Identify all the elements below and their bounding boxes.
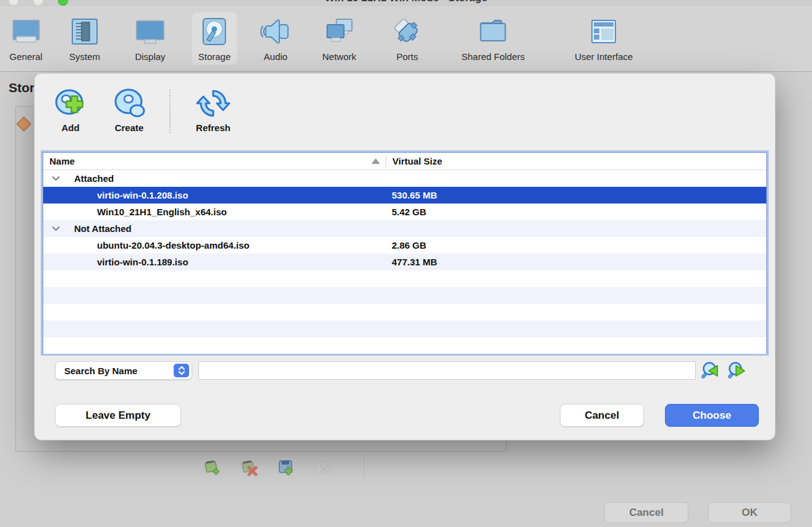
tab-system[interactable]: System xyxy=(63,12,106,65)
dialog-cancel-label: Cancel xyxy=(585,409,619,422)
search-input[interactable] xyxy=(198,361,696,380)
media-size: 477.31 MB xyxy=(386,257,437,267)
tab-label: Network xyxy=(322,51,356,62)
search-previous-icon xyxy=(700,361,721,381)
table-row[interactable]: Win10_21H1_English_x64.iso 5.42 GB xyxy=(43,204,766,220)
tab-ports[interactable]: Ports xyxy=(386,12,429,65)
empty-row xyxy=(43,304,766,320)
tab-display[interactable]: Display xyxy=(129,12,172,65)
virtualbox-settings-window: Win 10 21H1 Win Mode - Storage General xyxy=(0,0,812,527)
media-name: virtio-win-0.1.189.iso xyxy=(97,257,188,267)
media-size: 2.86 GB xyxy=(386,240,426,251)
settings-cancel-label: Cancel xyxy=(629,507,664,519)
tab-general[interactable]: General xyxy=(3,12,48,65)
add-disk-label: Add xyxy=(61,122,79,133)
system-icon xyxy=(69,16,100,47)
tab-label: User Interface xyxy=(575,51,633,62)
refresh-label: Refresh xyxy=(196,122,230,133)
tab-network[interactable]: Network xyxy=(316,12,362,65)
search-previous-button[interactable] xyxy=(700,361,721,381)
tab-label: Storage xyxy=(198,51,231,62)
sort-ascending-icon xyxy=(371,158,380,164)
empty-row xyxy=(43,337,766,354)
media-size: 5.42 GB xyxy=(386,207,426,217)
optical-disk-selector-dialog: Add Create Refresh Name xyxy=(34,73,776,440)
media-name: virtio-win-0.1.208.iso xyxy=(97,190,188,200)
tab-label: System xyxy=(69,51,100,62)
settings-toolbar: General System Display xyxy=(0,6,812,72)
choose-label: Choose xyxy=(693,409,731,422)
size-column-label: Virtual Size xyxy=(392,156,442,166)
search-next-icon xyxy=(727,361,747,381)
group-name: Attached xyxy=(74,173,114,184)
column-header-name[interactable]: Name xyxy=(43,156,386,166)
name-column-label: Name xyxy=(49,156,75,166)
storage-tree-toolbar xyxy=(204,459,332,476)
audio-icon xyxy=(260,16,291,47)
ports-icon xyxy=(392,16,423,47)
empty-row xyxy=(43,287,766,304)
window-titlebar: Win 10 21H1 Win Mode - Storage xyxy=(0,0,812,6)
search-filter-popup[interactable]: Search By Name xyxy=(55,361,192,380)
create-disk-label: Create xyxy=(115,122,144,133)
add-disk-button[interactable]: Add xyxy=(53,86,88,133)
display-icon xyxy=(135,16,166,47)
close-window-icon[interactable] xyxy=(9,0,19,6)
tab-label: Shared Folders xyxy=(462,51,525,62)
table-row-group[interactable]: Attached xyxy=(43,170,766,187)
empty-row xyxy=(43,270,766,287)
settings-cancel-button[interactable]: Cancel xyxy=(604,502,688,523)
general-icon xyxy=(11,16,41,47)
storage-icon xyxy=(199,16,230,47)
remove-attachment-icon xyxy=(315,459,332,476)
leave-empty-label: Leave Empty xyxy=(86,409,151,422)
window-title: Win 10 21H1 Win Mode - Storage xyxy=(0,0,812,4)
popup-chevrons-icon xyxy=(174,364,189,377)
tab-user-interface[interactable]: User Interface xyxy=(569,12,639,65)
tab-label: Audio xyxy=(264,51,287,62)
tab-shared-folders[interactable]: Shared Folders xyxy=(455,12,531,65)
leave-empty-button[interactable]: Leave Empty xyxy=(55,404,181,427)
tab-audio[interactable]: Audio xyxy=(254,12,297,65)
tab-storage[interactable]: Storage xyxy=(192,12,237,65)
user-interface-icon xyxy=(588,16,619,47)
settings-ok-label: OK xyxy=(742,507,758,519)
media-table: Name Virtual Size Attached v xyxy=(43,152,767,354)
media-size: 530.65 MB xyxy=(386,190,437,200)
panel-divider xyxy=(363,454,364,479)
chevron-down-icon[interactable] xyxy=(52,226,60,231)
refresh-icon xyxy=(196,86,230,121)
shared-folders-icon xyxy=(478,16,509,47)
group-name: Not Attached xyxy=(74,223,132,234)
network-icon xyxy=(324,16,355,47)
tab-label: Display xyxy=(135,51,165,62)
add-disk-icon xyxy=(53,86,88,121)
add-attachment-icon[interactable] xyxy=(278,459,295,476)
choose-button[interactable]: Choose xyxy=(665,404,759,427)
chevron-down-icon[interactable] xyxy=(52,176,60,181)
table-header: Name Virtual Size xyxy=(43,153,766,170)
column-header-size[interactable]: Virtual Size xyxy=(386,156,442,166)
settings-ok-button[interactable]: OK xyxy=(708,502,791,523)
empty-row xyxy=(43,320,766,337)
tab-label: Ports xyxy=(396,51,418,62)
create-disk-button[interactable]: Create xyxy=(112,86,146,133)
add-controller-icon[interactable] xyxy=(204,459,221,476)
toolbar-separator xyxy=(169,90,171,133)
search-next-button[interactable] xyxy=(727,361,747,381)
zoom-window-icon[interactable] xyxy=(58,0,68,6)
table-row-group[interactable]: Not Attached xyxy=(43,220,766,237)
media-name: Win10_21H1_English_x64.iso xyxy=(97,207,227,217)
table-row[interactable]: ubuntu-20.04.3-desktop-amd64.iso 2.86 GB xyxy=(43,237,766,254)
table-row[interactable]: virtio-win-0.1.208.iso 530.65 MB xyxy=(43,187,766,204)
create-disk-icon xyxy=(112,86,146,121)
media-name: ubuntu-20.04.3-desktop-amd64.iso xyxy=(97,240,250,251)
tab-label: General xyxy=(9,51,42,62)
minimize-window-icon[interactable] xyxy=(33,0,43,6)
search-filter-label: Search By Name xyxy=(64,366,137,376)
refresh-button[interactable]: Refresh xyxy=(196,86,230,133)
dialog-cancel-button[interactable]: Cancel xyxy=(560,404,644,427)
remove-controller-icon[interactable] xyxy=(241,459,258,476)
table-row[interactable]: virtio-win-0.1.189.iso 477.31 MB xyxy=(43,254,766,270)
